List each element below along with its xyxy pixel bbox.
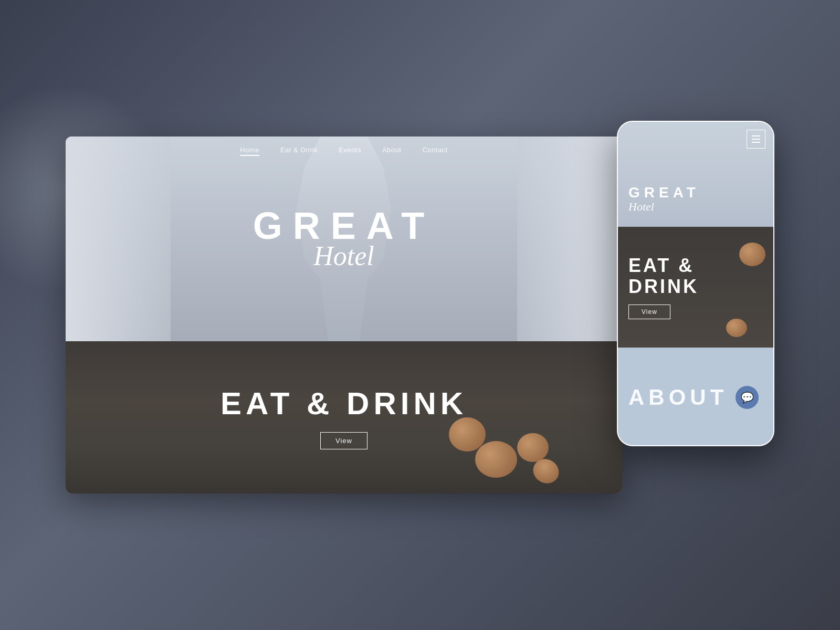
mobile-eat-section: EAT & DRINK View	[618, 227, 773, 348]
nav-item-eat-drink[interactable]: Eat & Drink	[280, 146, 318, 154]
walnut-decoration-1	[475, 441, 517, 478]
nav-item-home[interactable]: Home	[240, 146, 259, 154]
nav-item-about[interactable]: About	[382, 146, 401, 154]
mobile-hotel-text: Hotel	[628, 200, 700, 214]
mobile-walnut-2	[726, 319, 747, 337]
scene: Home Eat & Drink Events About Contact GR…	[66, 136, 774, 494]
hamburger-line-2	[752, 139, 760, 140]
mobile-great-text: GREAT	[628, 185, 700, 200]
hero-great-text: GREAT	[253, 207, 435, 245]
hamburger-line-1	[752, 135, 760, 136]
desktop-hero-title: GREAT Hotel	[253, 207, 435, 271]
desktop-eat-section: EAT & DRINK View	[66, 341, 622, 494]
mobile-about-section: ABOUT 💬	[618, 348, 773, 446]
curtain-left	[66, 136, 171, 341]
mobile-hero-title: GREAT Hotel	[628, 185, 700, 214]
mobile-nav	[747, 130, 765, 149]
mobile-eat-line1: EAT &	[628, 255, 694, 276]
eat-view-button[interactable]: View	[320, 432, 368, 449]
nav-item-events[interactable]: Events	[339, 146, 361, 154]
eat-drink-title: EAT & DRINK	[220, 385, 467, 422]
curtain-right	[517, 136, 622, 341]
mobile-eat-title: EAT & DRINK	[628, 255, 699, 297]
mobile-about-title: ABOUT	[628, 385, 728, 410]
chat-icon: 💬	[741, 391, 754, 404]
walnut-decoration-4	[449, 417, 486, 452]
mobile-hero: GREAT Hotel	[618, 122, 773, 227]
desktop-hero: Home Eat & Drink Events About Contact GR…	[66, 136, 622, 341]
mobile-view-button[interactable]: View	[628, 304, 670, 319]
mobile-eat-line2: DRINK	[628, 276, 699, 297]
hamburger-menu-button[interactable]	[747, 130, 765, 149]
nav-item-contact[interactable]: Contact	[422, 146, 447, 154]
desktop-mockup: Home Eat & Drink Events About Contact GR…	[66, 136, 622, 494]
desktop-nav: Home Eat & Drink Events About Contact	[66, 136, 622, 163]
mobile-mockup: GREAT Hotel EAT & DRINK View ABOUT 💬	[617, 121, 774, 446]
chat-bubble-button[interactable]: 💬	[736, 386, 759, 409]
hamburger-line-3	[752, 142, 760, 143]
walnut-decoration-2	[517, 433, 549, 462]
mobile-walnut-1	[739, 243, 765, 266]
